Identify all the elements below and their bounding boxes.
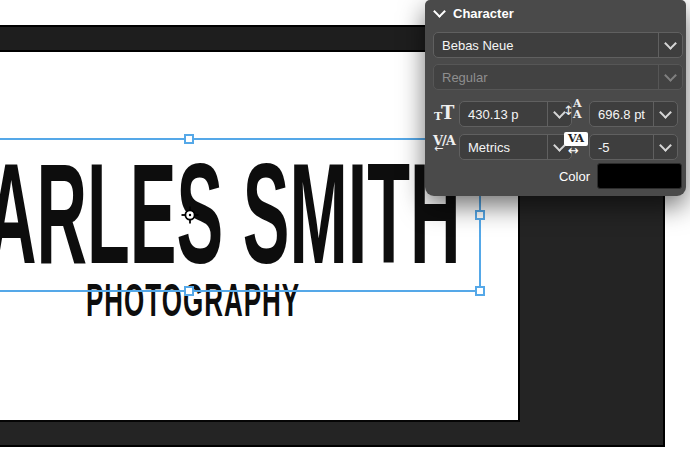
tracking-select[interactable]: -5 xyxy=(589,134,678,160)
font-family-select[interactable]: Bebas Neue xyxy=(433,32,683,58)
color-swatch[interactable] xyxy=(597,163,682,189)
selection-handle-right-middle[interactable] xyxy=(475,210,485,220)
panel-title: Character xyxy=(453,6,514,21)
tracking-value: -5 xyxy=(590,140,653,155)
color-label: Color xyxy=(559,169,590,184)
font-family-value: Bebas Neue xyxy=(434,38,658,53)
font-size-select[interactable]: 430.13 p xyxy=(459,101,572,127)
font-size-value: 430.13 p xyxy=(460,107,547,122)
selection-handle-top-center[interactable] xyxy=(184,134,194,144)
leading-value: 696.8 pt xyxy=(590,107,653,122)
font-size-icon: T T xyxy=(434,104,458,124)
kerning-value: Metrics xyxy=(460,140,547,155)
transform-center-point-icon[interactable] xyxy=(180,205,200,225)
kerning-select[interactable]: Metrics xyxy=(459,134,572,160)
character-panel: Character Bebas Neue Regular T T 430.13 … xyxy=(425,0,686,196)
subline-text[interactable]: PHOTOGRAPHY xyxy=(86,277,300,323)
app-window: ARLES SMITH PHOTOGRAPHY Character Bebas … xyxy=(0,0,665,447)
character-panel-header[interactable]: Character xyxy=(435,6,514,21)
leading-icon: ↕ A A xyxy=(565,99,587,125)
collapse-chevron-down-icon xyxy=(433,5,446,18)
selection-handle-bottom-right[interactable] xyxy=(475,286,485,296)
chevron-down-icon xyxy=(664,69,677,82)
chevron-down-icon xyxy=(664,37,677,50)
font-style-value: Regular xyxy=(434,70,658,85)
chevron-down-icon xyxy=(659,139,672,152)
kerning-icon: V/A ← xyxy=(433,133,459,159)
selection-edge-bottom[interactable] xyxy=(0,290,482,292)
leading-select[interactable]: 696.8 pt xyxy=(589,101,678,127)
selection-handle-bottom-center[interactable] xyxy=(184,286,194,296)
headline-text[interactable]: ARLES SMITH xyxy=(0,143,460,286)
selection-edge-top[interactable] xyxy=(0,138,482,140)
tracking-icon: VA ↔ xyxy=(564,132,590,160)
font-style-select[interactable]: Regular xyxy=(433,64,683,90)
chevron-down-icon xyxy=(659,106,672,119)
